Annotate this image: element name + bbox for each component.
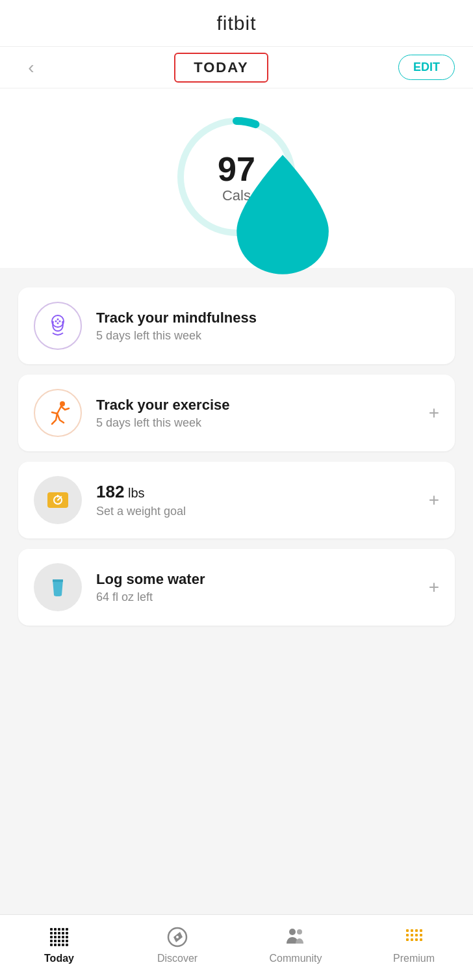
svg-rect-45 (66, 944, 68, 946)
svg-rect-34 (62, 936, 64, 938)
svg-rect-59 (406, 938, 409, 941)
svg-rect-35 (66, 936, 68, 938)
svg-rect-23 (58, 928, 60, 931)
weight-value: 182 (96, 482, 124, 501)
cards-section: Track your mindfulness 5 days left this … (0, 280, 473, 633)
main-content: 97 Cals Track (0, 88, 473, 711)
nav-item-today[interactable]: Today (0, 925, 118, 964)
svg-rect-54 (420, 929, 422, 932)
svg-rect-28 (58, 932, 60, 934)
mindfulness-subtitle: 5 days left this week (96, 329, 439, 343)
svg-point-48 (176, 936, 179, 938)
weight-unit: lbs (124, 486, 144, 500)
mindfulness-card[interactable]: Track your mindfulness 5 days left this … (18, 287, 455, 364)
exercise-add-button[interactable]: + (429, 403, 439, 423)
svg-rect-62 (420, 938, 422, 941)
nav-item-premium[interactable]: Premium (355, 925, 473, 964)
svg-rect-37 (54, 940, 57, 942)
nav-item-discover[interactable]: Discover (118, 925, 236, 964)
svg-rect-53 (415, 929, 418, 932)
calories-ring[interactable]: 97 Cals (172, 112, 301, 242)
water-text: Log some water 64 fl oz left (96, 571, 415, 604)
svg-rect-56 (411, 934, 413, 936)
svg-rect-58 (420, 934, 422, 936)
exercise-title: Track your exercise (96, 397, 415, 414)
svg-rect-42 (54, 944, 57, 946)
exercise-card[interactable]: Track your exercise 5 days left this wee… (18, 375, 455, 451)
weight-card[interactable]: 182 lbs Set a weight goal + (18, 462, 455, 538)
svg-rect-38 (58, 940, 60, 942)
svg-rect-41 (50, 944, 53, 946)
svg-point-12 (59, 321, 61, 323)
svg-rect-31 (50, 936, 53, 938)
svg-rect-24 (62, 928, 64, 931)
svg-rect-57 (415, 934, 418, 936)
weight-icon-wrap (34, 476, 82, 524)
mindfulness-icon-wrap (34, 302, 82, 350)
water-title: Log some water (96, 571, 415, 588)
svg-rect-33 (58, 936, 60, 938)
exercise-subtitle: 5 days left this week (96, 416, 415, 430)
nav-premium-label: Premium (393, 953, 435, 964)
weight-text: 182 lbs Set a weight goal (96, 482, 415, 518)
calories-inner: 97 Cals (218, 150, 255, 204)
svg-rect-55 (406, 934, 409, 936)
today-button[interactable]: TODAY (174, 53, 268, 83)
water-add-button[interactable]: + (429, 577, 439, 598)
water-icon-wrap (34, 563, 82, 611)
bottom-nav: Today Discover Community (0, 914, 473, 980)
svg-rect-60 (411, 938, 413, 941)
svg-rect-29 (62, 932, 64, 934)
svg-point-50 (297, 929, 302, 934)
nav-community-label: Community (270, 953, 322, 964)
water-card[interactable]: Log some water 64 fl oz left + (18, 549, 455, 626)
svg-rect-22 (54, 928, 57, 931)
svg-rect-43 (58, 944, 60, 946)
calories-section: 97 Cals (0, 88, 473, 268)
svg-rect-32 (54, 936, 57, 938)
nav-bar: ‹ TODAY EDIT (0, 47, 473, 88)
nav-discover-label: Discover (157, 953, 198, 964)
top-bar: fitbit (0, 0, 473, 47)
svg-rect-21 (50, 928, 53, 931)
nav-item-community[interactable]: Community (236, 925, 355, 964)
back-button[interactable]: ‹ (18, 57, 44, 78)
svg-point-10 (55, 321, 57, 323)
svg-rect-30 (66, 932, 68, 934)
svg-point-13 (57, 323, 59, 324)
svg-rect-26 (50, 932, 53, 934)
weight-subtitle: Set a weight goal (96, 505, 415, 518)
svg-rect-25 (66, 928, 68, 931)
mindfulness-title: Track your mindfulness (96, 310, 439, 326)
svg-rect-39 (62, 940, 64, 942)
svg-rect-61 (415, 938, 418, 941)
nav-today-label: Today (44, 953, 74, 964)
svg-rect-27 (54, 932, 57, 934)
svg-rect-44 (62, 944, 64, 946)
weight-add-button[interactable]: + (429, 490, 439, 510)
exercise-icon-wrap (34, 389, 82, 437)
exercise-text: Track your exercise 5 days left this wee… (96, 397, 415, 430)
svg-rect-52 (411, 929, 413, 932)
svg-point-11 (57, 319, 59, 321)
svg-rect-36 (50, 940, 53, 942)
svg-point-49 (289, 929, 296, 935)
edit-button[interactable]: EDIT (398, 55, 455, 80)
app-title: fitbit (216, 12, 256, 34)
svg-rect-51 (406, 929, 409, 932)
weight-title: 182 lbs (96, 482, 415, 502)
mindfulness-text: Track your mindfulness 5 days left this … (96, 310, 439, 343)
svg-point-14 (60, 401, 65, 406)
water-subtitle: 64 fl oz left (96, 590, 415, 604)
svg-rect-40 (66, 940, 68, 942)
svg-rect-20 (53, 579, 63, 582)
svg-point-9 (52, 315, 64, 327)
